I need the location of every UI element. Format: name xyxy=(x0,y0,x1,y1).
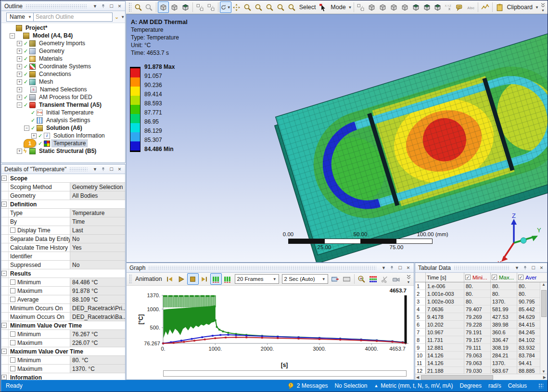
table-cell[interactable]: 11.731 xyxy=(426,336,464,344)
mode-label[interactable]: Mode xyxy=(331,4,345,11)
table-cell[interactable]: 1.e-006 xyxy=(426,282,464,290)
table-cell[interactable]: 94.41 xyxy=(517,359,540,367)
details-row-minimum-occurs-on[interactable]: Minimum Occurs OnDED_Racetrack\Pri... xyxy=(1,304,125,313)
table-row[interactable]: 1014.12679.063284.2183.784 xyxy=(415,352,547,359)
tree-expander-icon[interactable]: + xyxy=(17,64,22,69)
row-number-cell[interactable]: 6 xyxy=(415,321,426,329)
tree-expander-icon[interactable]: + xyxy=(17,95,22,100)
row-number-cell[interactable]: 12 xyxy=(415,367,426,374)
table-cell[interactable]: 79.063 xyxy=(464,359,491,367)
graph-menu-icon[interactable]: ▼ xyxy=(380,264,387,271)
clipboard-icon[interactable] xyxy=(494,1,505,13)
cut-frames-button[interactable] xyxy=(379,273,391,285)
table-cell[interactable]: 80. xyxy=(464,290,491,298)
details-row-average[interactable]: Average88.109 °C xyxy=(1,295,125,304)
tree-item-transient-thermal-a5[interactable]: −✓Transient Thermal (A5) xyxy=(2,101,125,109)
toolbar-overflow-button[interactable]: ▼ xyxy=(539,2,547,12)
checkbox-icon[interactable] xyxy=(10,297,15,302)
chart-button[interactable] xyxy=(480,1,491,13)
scrollbar-thumb[interactable] xyxy=(421,375,493,380)
outline-close-icon[interactable]: ✕ xyxy=(116,2,123,10)
rotate-button[interactable]: ▼ xyxy=(220,1,231,13)
tree-item-static-structural-b5[interactable]: +ϟStatic Structural (B5) xyxy=(2,147,125,155)
scrollbar-thumb[interactable] xyxy=(541,290,547,317)
step-back-button[interactable] xyxy=(164,273,176,285)
table-cell[interactable]: 583.67 xyxy=(491,367,517,374)
scroll-down-icon[interactable]: ▼ xyxy=(542,369,546,374)
details-gutter[interactable]: − xyxy=(1,200,9,208)
graph-title-bar[interactable]: Graph ▼ ☐ ✕ xyxy=(127,263,414,273)
table-cell[interactable]: 84.245 xyxy=(517,329,540,336)
table-cell[interactable]: 581.99 xyxy=(491,305,517,313)
table-row[interactable]: 1114.12679.0631370.94.41 xyxy=(415,359,547,367)
tree-item-coordinate-systems[interactable]: +✓Coordinate Systems xyxy=(2,63,125,70)
tree-expander-icon[interactable]: − xyxy=(17,102,22,108)
details-row-scoping-method[interactable]: Scoping MethodGeometry Selection xyxy=(1,183,125,191)
row-number-cell[interactable]: 4 xyxy=(415,305,426,313)
tabular-menu-icon[interactable]: ▼ xyxy=(513,264,521,271)
table-row[interactable]: 31.002e-00380.1370.90.795 xyxy=(415,298,547,305)
details-value[interactable]: Yes xyxy=(70,243,125,252)
tree-item-mesh[interactable]: +✓Mesh xyxy=(2,78,125,86)
row-number-cell[interactable]: 1 xyxy=(415,282,426,290)
tree-item-geometry-imports[interactable]: +✓Geometry Imports xyxy=(2,39,125,47)
outline-maximize-icon[interactable]: ☐ xyxy=(108,2,115,10)
tree-item-project[interactable]: Project* xyxy=(2,24,125,32)
details-value[interactable] xyxy=(70,252,125,260)
table-cell[interactable]: 7.0636 xyxy=(426,305,464,313)
table-row[interactable]: 11.e-00680.80.80. xyxy=(415,282,547,290)
details-value[interactable]: Time xyxy=(70,217,125,226)
details-row-maximum[interactable]: Maximum91.878 °C xyxy=(1,287,125,295)
scroll-up-icon[interactable]: ▲ xyxy=(542,282,546,287)
scroll-left-icon[interactable]: ◀ xyxy=(416,375,419,379)
checkbox-icon[interactable]: ✓ xyxy=(492,275,497,280)
time-history-chart[interactable]: 76.267500.1000.1370.0.1000.2000.3000.400… xyxy=(128,287,411,360)
table-cell[interactable]: 308.19 xyxy=(491,344,517,352)
expand-collapse-icon[interactable]: ⌄ xyxy=(115,14,119,20)
details-row-maximum[interactable]: Maximum1370. °C xyxy=(1,365,125,373)
row-number-cell[interactable]: 5 xyxy=(415,313,426,321)
graph-pin-icon[interactable] xyxy=(388,264,395,271)
details-row-maximum-value-over-time[interactable]: −Maximum Value Over Time xyxy=(1,347,125,356)
table-cell[interactable]: 90.795 xyxy=(517,298,540,305)
time-slider[interactable] xyxy=(163,370,407,377)
tree-item-am-process-for-ded[interactable]: +✓AM Process for DED xyxy=(2,93,125,101)
tree-item-analysis-settings[interactable]: ✓Analysis Settings xyxy=(2,116,125,124)
angular-velocity-units-status[interactable]: rad/s xyxy=(488,382,501,389)
table-cell[interactable]: 79.157 xyxy=(464,336,491,344)
checkbox-icon[interactable] xyxy=(10,279,15,285)
tree-item-solution-information[interactable]: +✓iSolution Information xyxy=(2,132,125,139)
export-frames-button[interactable] xyxy=(341,273,353,285)
details-value[interactable]: 91.878 °C xyxy=(70,287,125,295)
outline-menu-icon[interactable]: ▼ xyxy=(91,2,99,10)
checkbox-icon[interactable] xyxy=(10,288,15,293)
step-forward-button[interactable] xyxy=(199,273,210,285)
table-row[interactable]: 610.20279.228389.9884.415 xyxy=(415,321,547,329)
result-sets-button[interactable] xyxy=(210,273,222,285)
table-row[interactable]: 811.73179.157336.4784.102 xyxy=(415,336,547,344)
table-cell[interactable]: 85.442 xyxy=(517,305,540,313)
details-gutter[interactable]: − xyxy=(1,174,9,182)
details-value[interactable]: 226.07 °C xyxy=(70,339,125,347)
zoom-back-button[interactable] xyxy=(133,1,144,13)
tree-item-temperature[interactable]: ✓Temperature1 xyxy=(2,139,125,147)
details-gutter[interactable]: − xyxy=(1,347,9,355)
show-mesh-button[interactable] xyxy=(180,1,191,13)
details-row-by[interactable]: ByTime xyxy=(1,217,125,226)
table-cell[interactable]: 79.030 xyxy=(464,367,491,374)
tree-expander-icon[interactable]: + xyxy=(17,79,22,85)
details-row-minimum[interactable]: Minimum80. °C xyxy=(1,356,125,365)
table-cell[interactable]: 80. xyxy=(517,282,540,290)
scroll-right-icon[interactable]: ▶ xyxy=(543,375,546,379)
details-row-minimum[interactable]: Minimum84.486 °C xyxy=(1,278,125,287)
comment-badge[interactable]: 1 xyxy=(24,139,36,148)
checkbox-icon[interactable] xyxy=(10,366,15,371)
table-cell[interactable]: 80. xyxy=(464,282,491,290)
temperature-units-status[interactable]: Celsius xyxy=(508,382,527,389)
select-node-filter-button[interactable] xyxy=(399,1,410,13)
checkbox-icon[interactable] xyxy=(10,228,15,233)
table-cell[interactable]: 427.53 xyxy=(491,313,517,321)
frames-combo[interactable]: 20 Frames ▼ xyxy=(235,274,279,284)
details-value[interactable]: Last xyxy=(70,226,125,234)
outline-pin-icon[interactable] xyxy=(100,2,107,10)
